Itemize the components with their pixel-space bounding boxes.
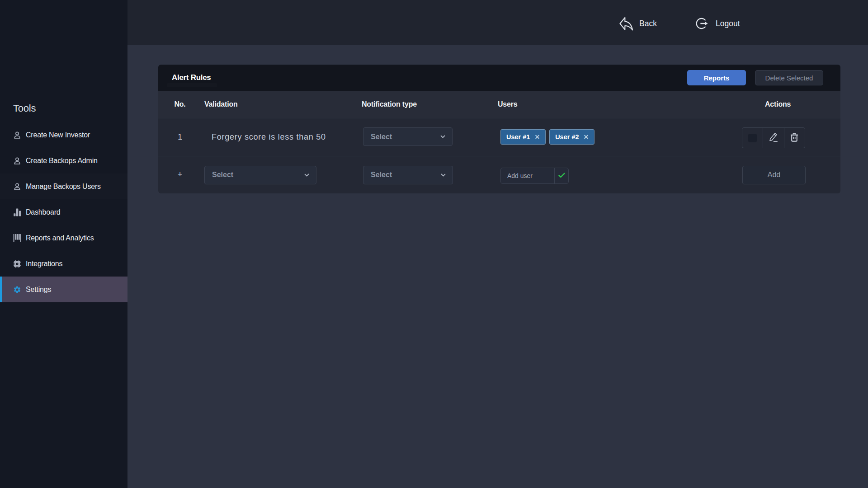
table-header: No. Validation Notification type Users A… [158, 91, 840, 118]
notification-type-select[interactable]: Select [363, 127, 453, 146]
sidebar-item-label: Manage Backops Users [26, 183, 101, 191]
check-icon [558, 172, 565, 180]
sidebar-item-label: Dashboard [26, 208, 60, 216]
sidebar-title: Tools [13, 103, 36, 114]
topbar: Back Logout [127, 0, 868, 45]
delete-selected-button[interactable]: Delete Selected [755, 70, 823, 85]
sidebar-nav: Create New Investor Create Backops Admin… [0, 122, 127, 302]
panel-header: Alert Rules Reports Delete Selected [158, 65, 840, 91]
add-user-control: Add user [500, 168, 569, 184]
sidebar-item-label: Reports and Analytics [26, 234, 94, 242]
delete-row-cell[interactable] [784, 128, 805, 148]
person-icon [13, 131, 21, 139]
chevron-down-icon [304, 174, 309, 177]
logout-label: Logout [716, 19, 740, 28]
row-checkbox[interactable] [748, 134, 757, 142]
select-value: Select [371, 133, 392, 141]
notification-type-select[interactable]: Select [363, 166, 453, 184]
person-icon [13, 183, 21, 191]
bar-chart-icon [13, 208, 21, 216]
row-actions [742, 127, 805, 148]
user-chips: User #1 ✕ User #2 ✕ [500, 129, 598, 145]
sidebar-item-label: Create New Investor [26, 131, 90, 139]
back-button[interactable]: Back [619, 16, 657, 31]
select-value: Select [371, 171, 392, 179]
sidebar-item-integrations[interactable]: Integrations [0, 251, 127, 277]
person-icon [13, 157, 21, 165]
back-arrow-icon [619, 16, 633, 31]
barcode-icon [13, 234, 21, 242]
add-rule-row: + Select Select Add user Add [158, 156, 840, 194]
select-row-cell[interactable] [742, 128, 763, 148]
logout-icon [695, 16, 709, 31]
back-label: Back [639, 19, 657, 28]
user-chip[interactable]: User #1 ✕ [500, 129, 546, 145]
validation-select[interactable]: Select [204, 166, 316, 184]
sidebar-item-label: Settings [26, 286, 51, 294]
remove-user-icon[interactable]: ✕ [584, 134, 589, 140]
row-validation-text: Forgery score is less than 50 [212, 118, 326, 156]
column-header-users: Users [498, 91, 517, 118]
alert-rules-panel: Alert Rules Reports Delete Selected No. … [158, 65, 840, 193]
table-row: 1 Forgery score is less than 50 Select U… [158, 118, 840, 156]
panel-title-ghost [167, 83, 217, 87]
remove-user-icon[interactable]: ✕ [534, 134, 540, 140]
sidebar-item-create-backops-admin[interactable]: Create Backops Admin [0, 148, 127, 174]
edit-pencil-icon [768, 132, 779, 144]
sidebar-item-manage-backops-users[interactable]: Manage Backops Users [0, 174, 127, 199]
column-header-notification-type: Notification type [362, 91, 417, 118]
column-header-no: No. [172, 91, 188, 118]
column-header-actions: Actions [765, 91, 791, 118]
add-user-input[interactable]: Add user [501, 168, 554, 183]
edit-row-cell[interactable] [763, 128, 783, 148]
user-chip-label: User #2 [555, 133, 579, 141]
trash-icon [789, 132, 800, 143]
chevron-down-icon [441, 174, 446, 177]
chevron-down-icon [440, 135, 445, 138]
column-header-validation: Validation [204, 91, 238, 118]
sidebar-item-create-new-investor[interactable]: Create New Investor [0, 122, 127, 148]
sidebar-item-dashboard[interactable]: Dashboard [0, 199, 127, 225]
select-value: Select [212, 171, 233, 179]
sidebar-item-label: Create Backops Admin [26, 157, 98, 165]
reports-button[interactable]: Reports [687, 70, 746, 85]
sidebar-item-reports-analytics[interactable]: Reports and Analytics [0, 225, 127, 251]
user-chip[interactable]: User #2 ✕ [549, 129, 594, 145]
user-chip-label: User #1 [506, 133, 530, 141]
gear-icon [13, 286, 21, 294]
wheel-icon [13, 260, 21, 268]
sidebar: Tools Create New Investor Create Backops… [0, 0, 127, 488]
logout-button[interactable]: Logout [695, 16, 740, 31]
sidebar-item-settings[interactable]: Settings [0, 277, 127, 302]
add-button[interactable]: Add [742, 166, 806, 184]
add-row-plus: + [172, 156, 188, 194]
row-number: 1 [172, 118, 188, 156]
sidebar-item-label: Integrations [26, 260, 62, 268]
confirm-user-cell[interactable] [554, 168, 568, 183]
